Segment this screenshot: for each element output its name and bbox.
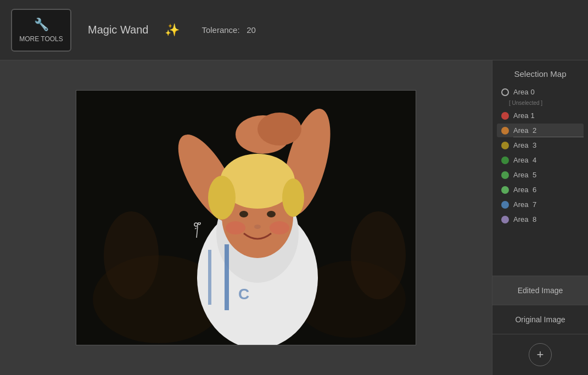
wand-icon: ✨ — [165, 23, 180, 37]
canvas-area[interactable]: C — [0, 60, 492, 375]
area-dot-5 — [501, 171, 509, 179]
area-list: Area 0 [ Unselected ] Area 1 Area 2 — [492, 85, 588, 226]
add-button[interactable]: + — [529, 343, 552, 366]
svg-rect-6 — [208, 250, 211, 305]
photo-container: C — [76, 90, 416, 345]
area-item-8[interactable]: Area 8 — [497, 212, 584, 226]
tools-icon: 🔧 — [34, 18, 49, 32]
area-label-3: Area 3 — [513, 141, 536, 149]
area-sublabel-0: [ Unselected ] — [509, 100, 584, 108]
main-area: C Selection Map — [0, 60, 588, 375]
area-label-8: Area 8 — [513, 215, 536, 223]
area-label-6: Area 6 — [513, 186, 536, 194]
area-item-1[interactable]: Area 1 — [497, 109, 584, 122]
area-label-1: Area 1 — [513, 111, 535, 120]
svg-point-13 — [208, 176, 236, 220]
photo-svg: C — [76, 91, 416, 345]
area-dot-7 — [501, 201, 509, 209]
right-sidebar: Selection Map Area 0 [ Unselected ] Area… — [492, 60, 588, 375]
area-item-0[interactable]: Area 0 — [497, 85, 584, 99]
svg-rect-5 — [225, 244, 229, 310]
area-dot-3 — [501, 142, 509, 149]
svg-point-17 — [254, 225, 261, 229]
edited-image-button[interactable]: Edited Image — [492, 276, 588, 305]
area-item-2[interactable]: Area 2 — [497, 124, 584, 137]
tool-name-label: Magic Wand — [88, 24, 148, 36]
area-dot-4 — [501, 156, 509, 164]
original-image-button[interactable]: Original Image — [492, 305, 588, 334]
area-dot-8 — [501, 216, 509, 223]
area-dot-2 — [501, 127, 509, 135]
svg-point-22 — [351, 211, 406, 299]
toolbar: 🔧 MORE TOOLS Magic Wand ✨ Tolerance: 20 — [0, 0, 588, 60]
svg-point-15 — [239, 211, 248, 217]
area-label-0: Area 0 — [513, 88, 535, 96]
selection-map-title: Selection Map — [492, 60, 588, 85]
area-dot-0 — [501, 88, 509, 96]
area-label-4: Area 4 — [513, 156, 536, 164]
svg-point-21 — [104, 211, 159, 299]
tolerance-label: Tolerance: 20 — [201, 25, 255, 35]
photo-frame[interactable]: C — [76, 90, 416, 345]
svg-point-10 — [257, 113, 301, 145]
area-dot-1 — [501, 112, 509, 120]
svg-point-19 — [270, 221, 289, 234]
area-item-5[interactable]: Area 5 — [497, 168, 584, 182]
more-tools-label: MORE TOOLS — [19, 35, 63, 43]
area-item-3[interactable]: Area 3 — [497, 138, 584, 152]
area-dot-6 — [501, 186, 509, 194]
area-item-7[interactable]: Area 7 — [497, 198, 584, 211]
svg-text:C: C — [238, 286, 249, 303]
svg-point-14 — [282, 178, 304, 217]
bottom-buttons: Edited Image Original Image — [492, 276, 588, 334]
area-label-7: Area 7 — [513, 200, 536, 209]
area-item-4[interactable]: Area 4 — [497, 153, 584, 167]
svg-point-18 — [226, 221, 245, 234]
svg-point-16 — [267, 211, 276, 217]
more-tools-button[interactable]: 🔧 MORE TOOLS — [11, 9, 71, 52]
area-label-2: Area 2 — [513, 126, 536, 135]
fab-area: + — [492, 334, 588, 375]
area-item-6[interactable]: Area 6 — [497, 183, 584, 197]
area-label-5: Area 5 — [513, 171, 536, 179]
